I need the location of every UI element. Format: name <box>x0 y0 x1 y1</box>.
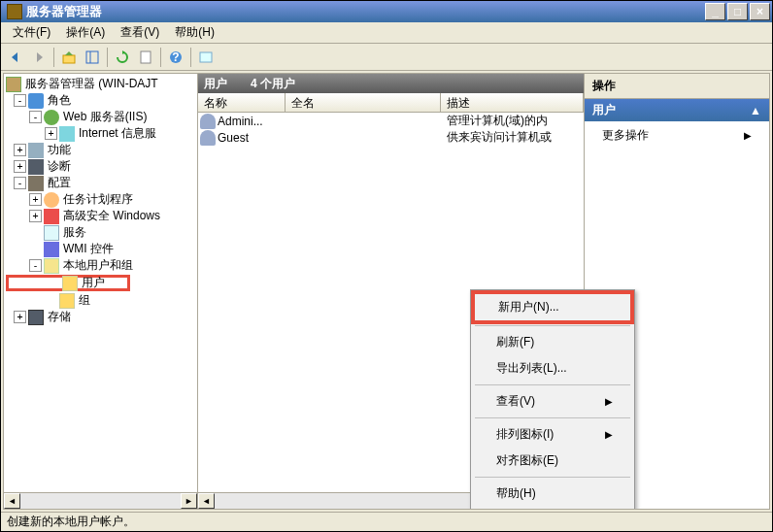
tree-wmi[interactable]: WMI 控件 <box>6 241 195 257</box>
highlight-new-user: 新用户(N)... <box>471 290 634 324</box>
close-button[interactable]: × <box>750 3 770 20</box>
actions-section-header[interactable]: 用户 ▲ <box>585 99 769 121</box>
tree-pane[interactable]: 服务器管理器 (WIN-DAJT - 角色 - Web 服务器(IIS) + I… <box>4 74 198 509</box>
list-item[interactable]: Admini... 管理计算机(域)的内 <box>198 113 584 129</box>
expand-icon[interactable]: + <box>14 160 26 173</box>
list-header: 用户 4 个用户 <box>198 74 584 93</box>
list-count: 4 个用户 <box>251 76 295 92</box>
collapse-arrow-icon: ▲ <box>750 104 761 117</box>
separator <box>475 384 630 385</box>
security-icon <box>44 209 59 224</box>
status-text: 创建新的本地用户帐户。 <box>7 514 135 530</box>
wmi-icon <box>44 242 59 257</box>
collapse-icon[interactable]: - <box>14 177 26 189</box>
tree-diagnostics[interactable]: + 诊断 <box>6 158 195 175</box>
scroll-left-icon[interactable]: ◄ <box>4 493 20 509</box>
expand-icon[interactable]: + <box>45 127 57 140</box>
expand-icon[interactable]: + <box>14 144 26 156</box>
tree-configuration[interactable]: - 配置 <box>6 175 195 191</box>
ctx-align-icons[interactable]: 对齐图标(E) <box>473 448 632 474</box>
collapse-icon[interactable]: - <box>14 94 26 107</box>
menu-view[interactable]: 查看(V) <box>113 22 167 43</box>
tree-groups[interactable]: 组 <box>6 292 195 309</box>
expand-icon[interactable]: + <box>29 193 42 206</box>
list-title: 用户 <box>204 76 227 92</box>
minimize-button[interactable]: _ <box>705 3 725 20</box>
storage-icon <box>28 310 44 325</box>
forward-button[interactable] <box>28 47 50 68</box>
tree-iis[interactable]: + Internet 信息服 <box>6 125 195 142</box>
collapse-icon[interactable]: - <box>29 259 42 272</box>
toolbar: ? <box>1 44 772 71</box>
column-fullname[interactable]: 全名 <box>286 93 441 112</box>
scroll-left-icon[interactable]: ◄ <box>198 493 215 509</box>
folder-icon <box>59 293 75 309</box>
folder-icon <box>62 276 78 291</box>
ctx-help[interactable]: 帮助(H) <box>473 481 632 507</box>
separator <box>475 477 630 478</box>
tree-storage[interactable]: + 存储 <box>6 309 195 325</box>
server-manager-window: 服务器管理器 _ □ × 文件(F) 操作(A) 查看(V) 帮助(H) ? <box>0 0 773 532</box>
features-icon <box>28 143 44 158</box>
svg-rect-1 <box>86 51 98 63</box>
back-button[interactable] <box>5 47 26 68</box>
list-pane: 用户 4 个用户 名称 全名 描述 Admini... 管理计算机(域)的内 G… <box>198 74 585 509</box>
ctx-new-user[interactable]: 新用户(N)... <box>475 294 630 320</box>
window-controls: _ □ × <box>705 3 770 20</box>
ctx-export-list[interactable]: 导出列表(L)... <box>473 355 632 382</box>
menu-file[interactable]: 文件(F) <box>5 22 58 43</box>
refresh-button[interactable] <box>112 47 133 68</box>
user-icon <box>200 114 216 129</box>
titlebar: 服务器管理器 _ □ × <box>1 1 772 22</box>
services-icon <box>44 225 59 241</box>
menu-help[interactable]: 帮助(H) <box>167 22 222 43</box>
tree-services[interactable]: 服务 <box>6 224 195 241</box>
export-button[interactable] <box>135 47 156 68</box>
tree-advanced-security[interactable]: + 高级安全 Windows <box>6 208 195 224</box>
ctx-view[interactable]: 查看(V)▶ <box>473 388 632 415</box>
config-icon <box>28 176 44 191</box>
scroll-right-icon[interactable]: ► <box>181 493 197 509</box>
tree-users-selected[interactable]: 用户 <box>6 275 130 291</box>
list-item[interactable]: Guest 供来宾访问计算机或 <box>198 129 584 146</box>
up-button[interactable] <box>58 47 80 68</box>
tree-web-server[interactable]: - Web 服务器(IIS) <box>6 109 195 125</box>
app-icon <box>7 4 22 19</box>
roles-icon <box>28 93 44 109</box>
svg-rect-6 <box>200 52 212 62</box>
svg-text:?: ? <box>172 50 179 64</box>
svg-rect-0 <box>63 55 75 63</box>
ctx-arrange-icons[interactable]: 排列图标(I)▶ <box>473 421 632 448</box>
tree-features[interactable]: + 功能 <box>6 142 195 158</box>
menu-action[interactable]: 操作(A) <box>58 22 113 43</box>
tree-task-scheduler[interactable]: + 任务计划程序 <box>6 191 195 208</box>
tree-scrollbar-h[interactable]: ◄ ► <box>4 492 197 509</box>
separator <box>475 417 630 418</box>
users-group-icon <box>44 258 59 274</box>
submenu-arrow-icon: ▶ <box>605 396 613 407</box>
actions-title: 操作 <box>585 74 769 99</box>
tree-roles[interactable]: - 角色 <box>6 92 195 109</box>
web-icon <box>44 110 59 125</box>
tree-local-users-groups[interactable]: - 本地用户和组 <box>6 257 195 274</box>
show-hide-button[interactable] <box>82 47 103 68</box>
ctx-refresh[interactable]: 刷新(F) <box>473 329 632 355</box>
statusbar: 创建新的本地用户帐户。 <box>1 512 772 531</box>
help-button[interactable]: ? <box>165 47 186 68</box>
column-description[interactable]: 描述 <box>441 93 584 112</box>
window-title: 服务器管理器 <box>26 3 705 20</box>
context-menu: 新用户(N)... 刷新(F) 导出列表(L)... 查看(V)▶ 排列图标(I… <box>470 289 635 510</box>
menubar: 文件(F) 操作(A) 查看(V) 帮助(H) <box>1 22 772 44</box>
server-icon <box>6 77 21 92</box>
action-more[interactable]: 更多操作 ▶ <box>585 121 769 150</box>
svg-rect-3 <box>141 51 151 63</box>
submenu-arrow-icon: ▶ <box>744 130 752 141</box>
expand-icon[interactable]: + <box>14 311 26 323</box>
navigation-tree: 服务器管理器 (WIN-DAJT - 角色 - Web 服务器(IIS) + I… <box>4 74 197 327</box>
tree-root[interactable]: 服务器管理器 (WIN-DAJT <box>6 76 195 92</box>
column-name[interactable]: 名称 <box>198 93 286 112</box>
properties-button[interactable] <box>195 47 217 68</box>
collapse-icon[interactable]: - <box>29 111 42 123</box>
expand-icon[interactable]: + <box>29 210 42 222</box>
maximize-button[interactable]: □ <box>727 3 748 20</box>
